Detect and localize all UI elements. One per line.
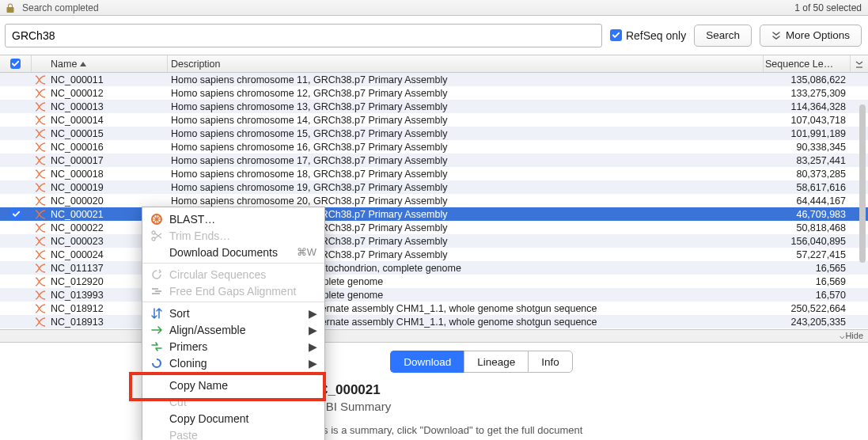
dna-icon: [32, 89, 49, 98]
menu-primers[interactable]: Primers ▶: [142, 338, 324, 355]
search-button[interactable]: Search: [694, 25, 752, 47]
row-name: NC_000015: [49, 128, 168, 139]
shortcut-label: ⌘W: [297, 246, 316, 258]
refseq-only-checkbox[interactable]: RefSeq only: [610, 29, 686, 42]
table-row[interactable]: NC_011137Homo sapiens neanderthalensis m…: [0, 261, 868, 275]
dna-icon: [32, 250, 49, 260]
menu-blast[interactable]: BLAST…: [142, 211, 324, 227]
row-name: NC_000012: [49, 88, 168, 99]
row-name: NC_000020: [49, 195, 168, 207]
row-sequence-length: 250,522,664: [764, 303, 851, 314]
dna-icon: [32, 264, 49, 273]
row-description: Homo sapiens chromosome 15, GRCh38.p7 Pr…: [168, 128, 764, 139]
dna-icon: [32, 169, 49, 179]
menu-free-end-gaps: Free End Gaps Alignment: [142, 283, 324, 299]
search-row: RefSeq only Search More Options: [0, 16, 868, 55]
table-row[interactable]: NC_013993Homo sapiens mitochondrion, com…: [0, 288, 868, 302]
dna-icon: [32, 210, 49, 219]
table-row[interactable]: NC_000018Homo sapiens chromosome 18, GRC…: [0, 167, 868, 180]
row-sequence-length: 50,818,468: [764, 222, 851, 233]
menu-cloning[interactable]: Cloning ▶: [142, 355, 324, 371]
dna-icon: [32, 237, 49, 246]
download-tab[interactable]: Download: [390, 351, 464, 373]
table-row[interactable]: NC_000020Homo sapiens chromosome 20, GRC…: [0, 194, 868, 207]
row-sequence-length: 16,569: [764, 276, 851, 287]
table-row[interactable]: NC_000023Homo sapiens chromosome 23, GRC…: [0, 234, 868, 248]
checkbox-checked-icon: [610, 29, 622, 41]
table-row[interactable]: NC_000016Homo sapiens chromosome 16, GRC…: [0, 140, 868, 154]
document-title: NC_000021: [309, 382, 852, 398]
menu-circular-sequences: Circular Sequences: [142, 266, 324, 283]
table-row[interactable]: NC_000011Homo sapiens chromosome 11, GRC…: [0, 73, 868, 86]
dna-icon: [32, 304, 49, 313]
circular-icon: [150, 268, 163, 281]
table-row[interactable]: NC_000021Homo sapiens chromosome 21, GRC…: [0, 207, 868, 221]
menu-copy-document[interactable]: Copy Document: [142, 410, 324, 427]
table-row[interactable]: NC_012920Homo sapiens mitochondrion, com…: [0, 275, 868, 288]
row-sequence-length: 46,709,983: [764, 209, 851, 220]
dna-icon: [32, 142, 49, 152]
dna-icon: [32, 223, 49, 233]
row-sequence-length: 16,570: [764, 290, 851, 301]
dna-icon: [32, 183, 49, 192]
table-row[interactable]: NC_018913Homo sapiens chromosome 12 alte…: [0, 315, 868, 328]
sort-ascending-icon: [80, 62, 86, 66]
dna-icon: [32, 102, 49, 112]
menu-sort[interactable]: Sort ▶: [142, 305, 324, 321]
table-row[interactable]: NC_000022Homo sapiens chromosome 22, GRC…: [0, 221, 868, 234]
dna-icon: [32, 129, 49, 138]
menu-trim-ends: Trim Ends…: [142, 227, 324, 244]
info-tab[interactable]: Info: [528, 351, 573, 373]
cloning-icon: [150, 357, 163, 370]
row-description: Homo sapiens chromosome 14, GRCh38.p7 Pr…: [168, 115, 764, 126]
dna-icon: [32, 277, 49, 286]
table-row[interactable]: NC_018912Homo sapiens chromosome 11 alte…: [0, 302, 868, 315]
column-check[interactable]: [0, 55, 32, 72]
menu-download-documents[interactable]: Download Documents ⌘W: [142, 244, 324, 260]
context-menu: BLAST… Trim Ends… Download Documents ⌘W …: [142, 207, 325, 440]
submenu-arrow-icon: ▶: [309, 340, 316, 353]
column-description-header[interactable]: Description: [168, 55, 764, 72]
refseq-label: RefSeq only: [626, 29, 686, 42]
row-sequence-length: 80,373,285: [764, 169, 851, 180]
table-row[interactable]: NC_000017Homo sapiens chromosome 17, GRC…: [0, 154, 868, 167]
row-sequence-length: 133,275,309: [764, 88, 851, 99]
row-sequence-length: 58,617,616: [764, 182, 851, 193]
row-description: Homo sapiens chromosome 13, GRCh38.p7 Pr…: [168, 101, 764, 112]
document-hint: This is a summary, click "Download" to g…: [309, 424, 852, 436]
row-description: Homo sapiens chromosome 16, GRCh38.p7 Pr…: [168, 142, 764, 153]
checkbox-checked-icon: [10, 59, 21, 69]
row-description: Homo sapiens chromosome 12, GRCh38.p7 Pr…: [168, 88, 764, 99]
row-sequence-length: 156,040,895: [764, 236, 851, 247]
submenu-arrow-icon: ▶: [309, 307, 316, 320]
table-row[interactable]: NC_000013Homo sapiens chromosome 13, GRC…: [0, 100, 868, 113]
row-sequence-length: 64,444,167: [764, 195, 851, 207]
table-row[interactable]: NC_000012Homo sapiens chromosome 12, GRC…: [0, 86, 868, 100]
dna-icon: [32, 196, 49, 206]
column-menu-icon[interactable]: [851, 55, 868, 72]
table-row[interactable]: NC_000015Homo sapiens chromosome 15, GRC…: [0, 127, 868, 140]
scrollbar[interactable]: [859, 104, 866, 263]
table-body[interactable]: NC_000011Homo sapiens chromosome 11, GRC…: [0, 73, 868, 330]
row-sequence-length: 107,043,718: [764, 115, 851, 126]
dna-icon: [32, 116, 49, 125]
row-description: Homo sapiens chromosome 20, GRCh38.p7 Pr…: [168, 195, 764, 207]
column-name-header[interactable]: Name: [49, 55, 168, 72]
lineage-tab[interactable]: Lineage: [464, 351, 528, 373]
row-description: Homo sapiens chromosome 11, GRCh38.p7 Pr…: [168, 74, 764, 85]
menu-align-assemble[interactable]: Align/Assemble ▶: [142, 321, 324, 338]
menu-copy-name[interactable]: Copy Name: [142, 377, 324, 393]
status-text: Search completed: [22, 2, 99, 13]
row-name: NC_000016: [49, 142, 168, 153]
table-row[interactable]: NC_000019Homo sapiens chromosome 19, GRC…: [0, 180, 868, 194]
search-input[interactable]: [5, 24, 602, 47]
dna-icon: [32, 75, 49, 85]
scissors-icon: [150, 229, 163, 242]
table-row[interactable]: NC_000024Homo sapiens chromosome 24, GRC…: [0, 248, 868, 261]
row-description: Homo sapiens chromosome 19, GRCh38.p7 Pr…: [168, 182, 764, 193]
column-sequence-length-header[interactable]: Sequence Le…: [764, 55, 851, 72]
table-row[interactable]: NC_000014Homo sapiens chromosome 14, GRC…: [0, 113, 868, 127]
hide-panel-toggle[interactable]: ⌵Hide: [0, 330, 868, 343]
primers-icon: [150, 340, 163, 353]
more-options-button[interactable]: More Options: [760, 25, 862, 47]
